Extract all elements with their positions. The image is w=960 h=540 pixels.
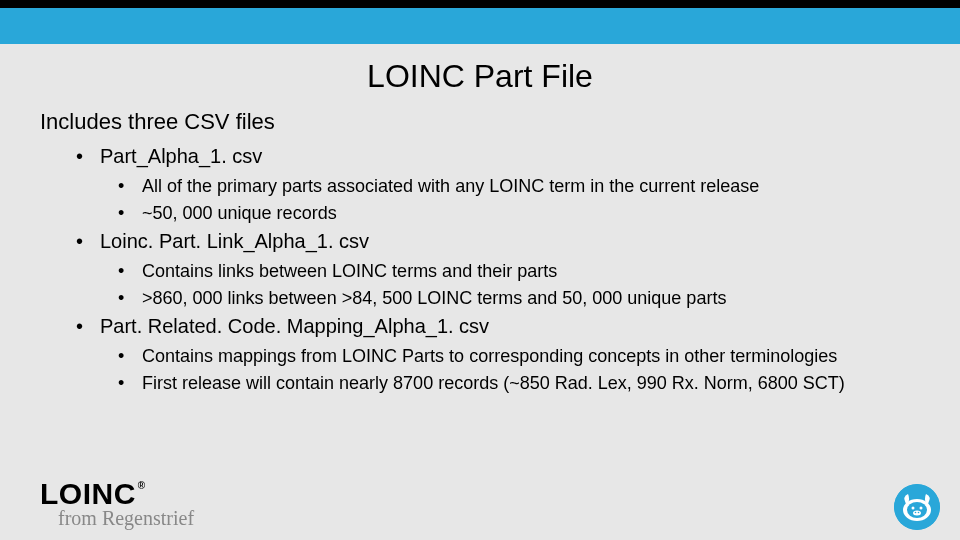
top-black-border: [0, 0, 960, 8]
slide-title: LOINC Part File: [0, 58, 960, 95]
registered-mark: ®: [138, 481, 146, 491]
file-name: Part_Alpha_1. csv: [76, 145, 920, 168]
file-detail: All of the primary parts associated with…: [118, 176, 920, 197]
regenstrief-icon: [894, 484, 940, 530]
file-detail: >860, 000 links between >84, 500 LOINC t…: [118, 288, 920, 309]
slide-footer: LOINC ® from Regenstrief: [40, 479, 940, 530]
file-item: Loinc. Part. Link_Alpha_1. csv Contains …: [76, 230, 920, 309]
file-item: Part_Alpha_1. csv All of the primary par…: [76, 145, 920, 224]
svg-point-2: [907, 502, 927, 518]
svg-point-4: [920, 507, 923, 510]
file-item: Part. Related. Code. Mapping_Alpha_1. cs…: [76, 315, 920, 394]
file-details: All of the primary parts associated with…: [76, 176, 920, 224]
loinc-logo-word: LOINC: [40, 479, 136, 509]
file-details: Contains links between LOINC terms and t…: [76, 261, 920, 309]
file-details: Contains mappings from LOINC Parts to co…: [76, 346, 920, 394]
slide-subtitle: Includes three CSV files: [40, 109, 920, 135]
slide-content: Includes three CSV files Part_Alpha_1. c…: [0, 109, 960, 394]
svg-point-5: [913, 511, 921, 516]
loinc-logo: LOINC ® from Regenstrief: [40, 479, 194, 530]
file-detail: ~50, 000 unique records: [118, 203, 920, 224]
loinc-tagline: from Regenstrief: [58, 507, 194, 530]
top-blue-bar: [0, 8, 960, 44]
file-name: Part. Related. Code. Mapping_Alpha_1. cs…: [76, 315, 920, 338]
svg-point-3: [912, 507, 915, 510]
svg-point-7: [918, 512, 920, 514]
file-list: Part_Alpha_1. csv All of the primary par…: [40, 145, 920, 394]
file-detail: Contains links between LOINC terms and t…: [118, 261, 920, 282]
loinc-logo-text: LOINC ®: [40, 479, 194, 509]
file-detail: Contains mappings from LOINC Parts to co…: [118, 346, 920, 367]
file-name: Loinc. Part. Link_Alpha_1. csv: [76, 230, 920, 253]
svg-point-6: [915, 512, 917, 514]
file-detail: First release will contain nearly 8700 r…: [118, 373, 920, 394]
